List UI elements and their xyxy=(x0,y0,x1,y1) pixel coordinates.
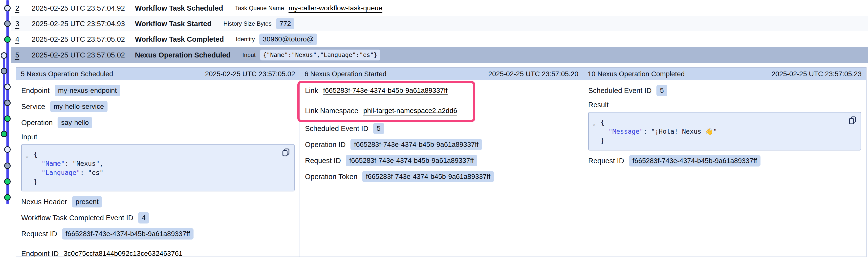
event-summary-chip: Input{"Name":"Nexus","Language":"es"} xyxy=(243,49,380,61)
event-row[interactable]: 52025-02-25 UTC 23:57:05.02Nexus Operati… xyxy=(11,47,868,63)
panel-field: Operation IDf665283f-743e-4374-b45b-9a61… xyxy=(305,139,578,150)
json-code-line: ⌄{ xyxy=(22,150,294,159)
panel-body: Endpointmy-nexus-endpointServicemy-hello… xyxy=(16,85,300,257)
event-name: Workflow Task Scheduled xyxy=(135,4,223,12)
event-summary-badge: 30960@totoro@ xyxy=(259,34,317,45)
field-label: Endpoint xyxy=(21,86,50,95)
copy-icon[interactable] xyxy=(848,116,857,125)
event-group-panel: 6 Nexus Operation Started2025-02-25 UTC … xyxy=(300,68,583,257)
field-value-badge: say-hello xyxy=(58,117,92,128)
panel-field: Request IDf665283f-743e-4374-b45b-9a61a8… xyxy=(305,155,578,166)
field-value-badge: 5 xyxy=(373,123,384,134)
panel-field: Workflow Task Completed Event ID4 xyxy=(21,212,294,223)
copy-icon[interactable] xyxy=(282,148,290,157)
timeline-event-dot xyxy=(4,146,11,153)
field-value-badge: f665283f-743e-4374-b45b-9a61a89337ff xyxy=(62,228,193,239)
panel-field: Link Namespacephil-target-namespace2.a2d… xyxy=(305,105,578,116)
panel-field: Result⌄{"Message": "¡Hola! Nexus 👋"} xyxy=(588,101,861,150)
panel-field: Input⌄{"Name": "Nexus","Language": "es"} xyxy=(21,133,294,191)
panel-field: Operationsay-hello xyxy=(21,117,294,128)
json-code-line: } xyxy=(589,136,861,145)
event-summary-label: History Size Bytes xyxy=(223,20,272,27)
field-label: Service xyxy=(21,103,45,111)
field-value-badge: f665283f-743e-4374-b45b-9a61a89337ff xyxy=(629,155,761,166)
event-timestamp: 2025-02-25 UTC 23:57:05.02 xyxy=(32,51,130,59)
event-row[interactable]: 42025-02-25 UTC 23:57:05.02Workflow Task… xyxy=(11,32,868,47)
event-summary-chip: History Size Bytes772 xyxy=(223,18,294,29)
json-value: : "Nexus", xyxy=(65,160,103,167)
panel-title: 6 Nexus Operation Started xyxy=(305,70,386,78)
field-label: Workflow Task Completed Event ID xyxy=(21,214,133,222)
json-key: "Language" xyxy=(41,169,80,176)
json-code-block: ⌄{"Message": "¡Hola! Nexus 👋"} xyxy=(588,112,861,150)
json-code-line: } xyxy=(22,177,294,186)
panel-field: Endpoint ID3c0c75ccfa8144b092c13ce632463… xyxy=(21,248,294,257)
field-label: Endpoint ID xyxy=(21,250,59,257)
field-label: Result xyxy=(588,101,609,109)
panel-field: Linkf665283f-743e-4374-b45b-9a61a89337ff xyxy=(305,85,578,96)
field-value-badge: f665283f-743e-4374-b45b-9a61a89337ff xyxy=(346,155,477,166)
field-label: Scheduled Event ID xyxy=(588,86,651,95)
timeline-event-dot xyxy=(4,84,11,90)
event-group-panel: 10 Nexus Operation Completed2025-02-25 U… xyxy=(583,68,866,257)
panel-header[interactable]: 10 Nexus Operation Completed2025-02-25 U… xyxy=(583,68,866,80)
json-punct: } xyxy=(600,137,604,144)
timeline-event-dot xyxy=(4,194,11,200)
event-name: Nexus Operation Scheduled xyxy=(135,51,230,59)
field-label: Link xyxy=(305,86,318,95)
workflow-history-page: 22025-02-25 UTC 23:57:04.92Workflow Task… xyxy=(0,0,868,260)
field-label: Link Namespace xyxy=(305,107,359,115)
panel-header[interactable]: 6 Nexus Operation Started2025-02-25 UTC … xyxy=(300,68,583,80)
event-summary-chip: Task Queue Namemy-caller-workflow-task-q… xyxy=(235,4,382,12)
field-value-link[interactable]: phil-target-namespace2.a2dd6 xyxy=(363,107,457,115)
timeline-branch-line xyxy=(3,55,5,134)
field-label: Operation Token xyxy=(305,173,358,181)
json-punct: } xyxy=(34,178,37,186)
timeline-event-dot xyxy=(4,21,11,27)
json-key: "Message" xyxy=(609,128,643,135)
panel-field: Endpointmy-nexus-endpoint xyxy=(21,85,294,96)
panel-field: Scheduled Event ID5 xyxy=(305,123,578,134)
timeline-event-dot xyxy=(4,5,11,11)
field-value-badge: my-hello-service xyxy=(50,101,107,112)
field-label: Request ID xyxy=(21,230,57,238)
event-group-panel: 5 Nexus Operation Scheduled2025-02-25 UT… xyxy=(16,68,300,257)
json-punct: { xyxy=(600,119,604,126)
json-code-block: ⌄{"Name": "Nexus","Language": "es"} xyxy=(21,144,294,191)
event-name: Workflow Task Started xyxy=(135,20,212,28)
field-value-badge: f665283f-743e-4374-b45b-9a61a89337ff xyxy=(350,139,482,150)
event-summary-chip: Identity30960@totoro@ xyxy=(236,34,317,45)
event-id-link[interactable]: 4 xyxy=(15,35,24,43)
json-punct: { xyxy=(34,151,37,158)
timeline-event-dot xyxy=(4,36,11,43)
event-id-link[interactable]: 3 xyxy=(15,20,24,28)
panel-field: Request IDf665283f-743e-4374-b45b-9a61a8… xyxy=(588,155,861,166)
field-value-badge: present xyxy=(72,196,102,208)
field-label: Scheduled Event ID xyxy=(305,124,368,133)
event-row[interactable]: 22025-02-25 UTC 23:57:04.92Workflow Task… xyxy=(11,0,868,16)
json-value: : "¡Hola! Nexus 👋" xyxy=(643,128,717,135)
collapse-chevron-icon[interactable]: ⌄ xyxy=(592,119,596,128)
event-id-link[interactable]: 5 xyxy=(15,51,24,59)
field-value-link[interactable]: 3c0c75ccfa8144b092c13ce632463761 xyxy=(64,250,183,257)
event-timestamp: 2025-02-25 UTC 23:57:04.93 xyxy=(32,20,130,28)
timeline-event-dot xyxy=(4,162,11,169)
event-id-link[interactable]: 2 xyxy=(15,4,24,12)
event-timestamp: 2025-02-25 UTC 23:57:05.02 xyxy=(32,35,130,43)
field-label: Request ID xyxy=(588,157,624,165)
panel-field: Request IDf665283f-743e-4374-b45b-9a61a8… xyxy=(21,228,294,239)
timeline-event-dot xyxy=(1,131,7,137)
panel-header[interactable]: 5 Nexus Operation Scheduled2025-02-25 UT… xyxy=(16,68,300,80)
panel-field: Scheduled Event ID5 xyxy=(588,85,861,96)
collapse-chevron-icon[interactable]: ⌄ xyxy=(25,151,29,160)
event-row[interactable]: 32025-02-25 UTC 23:57:04.93Workflow Task… xyxy=(11,16,868,31)
field-value-badge: f665283f-743e-4374-b45b-9a61a89337ff xyxy=(362,171,494,182)
json-code-line: "Language": "es" xyxy=(22,168,294,177)
field-value-badge: my-nexus-endpoint xyxy=(55,85,120,96)
panel-timestamp: 2025-02-25 UTC 23:57:05.20 xyxy=(488,70,578,78)
event-summary-link[interactable]: my-caller-workflow-task-queue xyxy=(288,4,382,12)
panel-body: Linkf665283f-743e-4374-b45b-9a61a89337ff… xyxy=(300,85,583,182)
field-value-link[interactable]: f665283f-743e-4374-b45b-9a61a89337ff xyxy=(323,86,447,95)
event-summary-label: Identity xyxy=(236,36,255,43)
event-summary-label: Task Queue Name xyxy=(235,5,284,11)
